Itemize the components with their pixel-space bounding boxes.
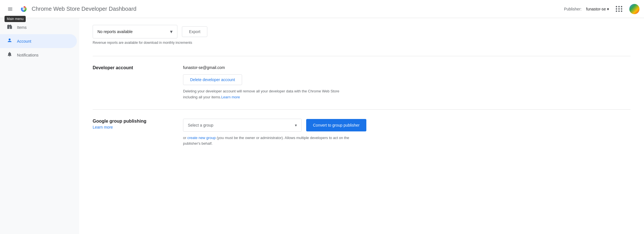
notifications-icon [7,51,12,58]
select-group-dropdown[interactable]: Select a group ▾ [183,119,302,132]
group-note-prefix: or [183,136,187,140]
header-left: Main menu Chrome Web Stor [5,3,564,15]
developer-email: funastor-se@gmail.com [183,65,630,70]
developer-account-label: Developer account [93,65,183,70]
publisher-dropdown[interactable]: funastor-se ▾ [586,7,609,11]
developer-account-section: Developer account funastor-se@gmail.com … [93,56,630,109]
revenue-note: Revenue reports are available for downlo… [93,41,630,45]
svg-rect-5 [10,26,12,29]
delete-learn-more-link[interactable]: Learn more [221,95,240,99]
sidebar-notifications-label: Notifications [17,53,38,57]
group-publishing-left: Google group publishing Learn more [93,119,183,147]
grid-dots-icon [616,6,623,12]
page-layout: Items Account Notifications [0,18,644,234]
developer-account-right: funastor-se@gmail.com Delete developer a… [183,65,630,100]
revenue-reports-section: No reports available ▾ Export Revenue re… [93,25,630,45]
convert-to-group-publisher-button[interactable]: Convert to group publisher [306,119,366,131]
svg-rect-4 [7,26,10,29]
reports-dropdown[interactable]: No reports available ▾ [93,25,177,38]
sidebar-item-account[interactable]: Account [0,34,77,48]
group-row: Select a group ▾ Convert to group publis… [183,119,630,132]
group-publishing-right: Select a group ▾ Convert to group publis… [183,119,630,147]
developer-account-left: Developer account [93,65,183,100]
publisher-arrow-icon: ▾ [607,7,609,11]
user-avatar[interactable] [629,4,639,14]
export-button[interactable]: Export [182,26,207,37]
main-content: No reports available ▾ Export Revenue re… [79,18,644,234]
publisher-name: funastor-se [586,7,606,11]
group-publishing-learn-more-link[interactable]: Learn more [93,125,113,129]
group-dropdown-chevron-icon: ▾ [295,123,297,127]
group-publishing-section: Google group publishing Learn more Selec… [93,109,630,156]
chrome-logo [19,5,28,14]
create-new-group-link[interactable]: create new group [187,136,216,140]
chrome-logo-svg [19,5,28,14]
delete-description: Deleting your developer account will rem… [183,88,353,100]
delete-description-text: Deleting your developer account will rem… [183,89,339,99]
svg-point-6 [9,38,11,40]
group-note: or create new group (you must be the own… [183,135,358,147]
header-subtitle: Developer Dashboard [80,6,136,12]
sidebar-item-notifications[interactable]: Notifications [0,48,77,62]
publisher-label: Publisher: [564,7,582,11]
sidebar-account-label: Account [17,39,31,44]
top-header: Main menu Chrome Web Stor [0,0,644,18]
hamburger-button[interactable]: Main menu [5,3,16,15]
sidebar: Items Account Notifications [0,18,79,234]
account-icon [7,38,12,45]
select-group-placeholder: Select a group [188,123,213,127]
group-publishing-label: Google group publishing [93,119,183,124]
sidebar-item-items[interactable]: Items [0,20,77,34]
apps-button[interactable] [613,3,625,15]
reports-dropdown-label: No reports available [97,29,133,34]
menu-tooltip: Main menu [5,16,26,22]
header-title: Chrome Web Store Developer Dashboard [32,6,136,12]
reports-dropdown-chevron-icon: ▾ [170,29,173,35]
delete-developer-account-button[interactable]: Delete developer account [183,74,242,85]
header-title-main: Chrome Web Store [32,6,80,12]
items-icon [7,24,12,31]
reports-row: No reports available ▾ Export [93,25,630,38]
sidebar-items-label: Items [17,25,27,30]
header-right: Publisher: funastor-se ▾ [564,3,639,15]
